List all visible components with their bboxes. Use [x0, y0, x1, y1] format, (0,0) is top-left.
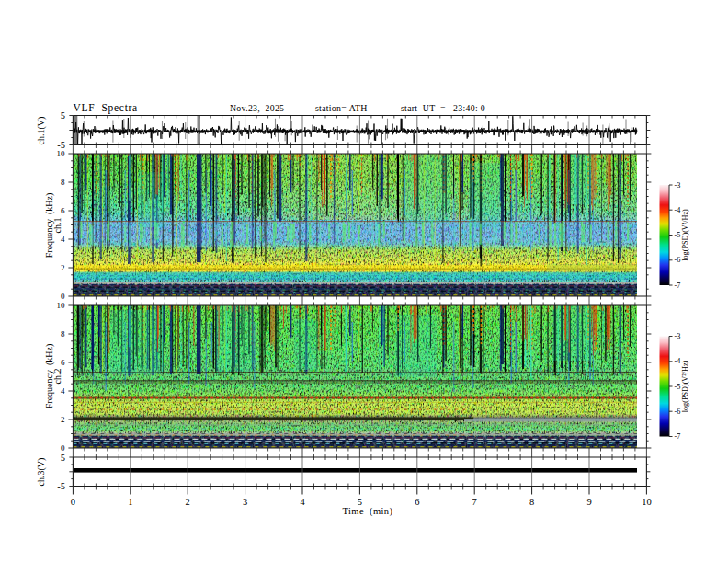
svg-text:0: 0: [61, 292, 65, 301]
svg-text:-4: -4: [675, 357, 681, 365]
svg-text:-3: -3: [675, 181, 681, 190]
svg-text:-7: -7: [675, 282, 681, 290]
svg-text:ch.2: ch.2: [52, 369, 63, 385]
svg-text:0: 0: [71, 497, 75, 507]
svg-text:5: 5: [61, 110, 65, 121]
svg-text:ch.1(V): ch.1(V): [36, 117, 47, 145]
svg-text:-6: -6: [675, 256, 681, 264]
svg-text:ch.1: ch.1: [52, 218, 63, 234]
svg-text:8: 8: [529, 497, 534, 507]
svg-text:1: 1: [128, 497, 132, 507]
svg-text:2: 2: [61, 263, 65, 272]
svg-text:log(PSD)(V²/Hz): log(PSD)(V²/Hz): [681, 209, 689, 261]
svg-text:10: 10: [642, 497, 652, 507]
svg-text:Nov.23, 2025: Nov.23, 2025: [230, 103, 284, 113]
svg-text:station= ATH: station= ATH: [315, 103, 368, 113]
svg-text:7: 7: [472, 497, 477, 507]
svg-text:10: 10: [57, 301, 66, 310]
svg-text:log(PSD)(V²/Hz): log(PSD)(V²/Hz): [681, 360, 689, 412]
svg-text:9: 9: [586, 497, 591, 507]
svg-text:4: 4: [300, 497, 305, 507]
svg-text:6: 6: [61, 358, 65, 367]
svg-text:6: 6: [415, 497, 419, 507]
svg-text:10: 10: [57, 149, 66, 158]
svg-text:-7: -7: [675, 432, 681, 441]
svg-text:start UT = 23:40: 0: start UT = 23:40: 0: [401, 103, 485, 113]
svg-text:2: 2: [61, 415, 65, 424]
svg-text:VLF Spectra: VLF Spectra: [74, 102, 138, 114]
svg-text:3: 3: [243, 497, 247, 507]
svg-text:8: 8: [61, 329, 65, 339]
svg-text:4: 4: [61, 235, 65, 244]
svg-text:0: 0: [61, 443, 65, 453]
svg-text:-5: -5: [675, 231, 681, 239]
svg-text:8: 8: [61, 178, 65, 187]
svg-text:5: 5: [61, 453, 65, 463]
svg-text:-5: -5: [57, 481, 65, 491]
svg-text:2: 2: [186, 497, 190, 507]
svg-text:-6: -6: [675, 408, 681, 416]
svg-text:Time (min): Time (min): [343, 506, 393, 517]
svg-text:-4: -4: [675, 206, 681, 214]
svg-text:-3: -3: [675, 332, 681, 340]
svg-text:4: 4: [61, 386, 65, 396]
svg-text:-5: -5: [675, 383, 681, 391]
svg-text:ch.3(V): ch.3(V): [36, 458, 47, 487]
svg-text:6: 6: [61, 206, 65, 215]
